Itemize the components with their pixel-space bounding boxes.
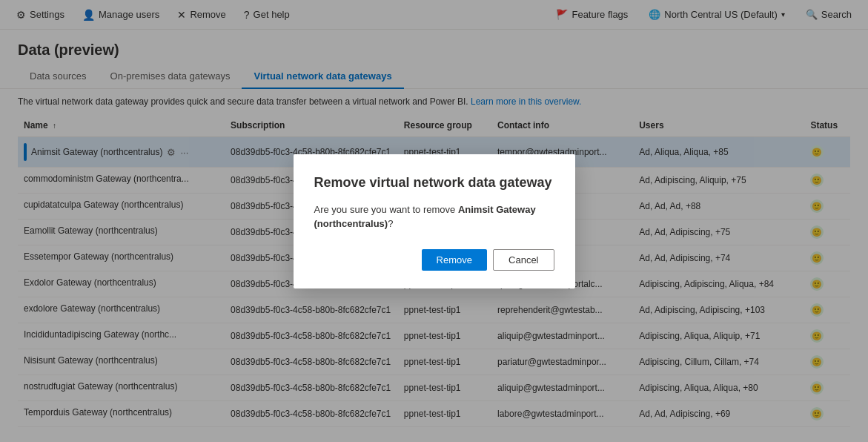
modal-body: Are you sure you want to remove Animsit …	[314, 202, 554, 231]
modal-actions: Remove Cancel	[314, 249, 554, 271]
modal-body-prefix: Are you sure you want to remove	[314, 204, 458, 215]
modal-remove-button[interactable]: Remove	[422, 249, 487, 271]
modal-title: Remove virtual network data gateway	[314, 175, 554, 191]
modal-body-suffix: ?	[388, 218, 393, 229]
modal-overlay: Remove virtual network data gateway Are …	[0, 0, 868, 427]
remove-modal: Remove virtual network data gateway Are …	[294, 154, 575, 288]
modal-cancel-button[interactable]: Cancel	[493, 249, 554, 271]
